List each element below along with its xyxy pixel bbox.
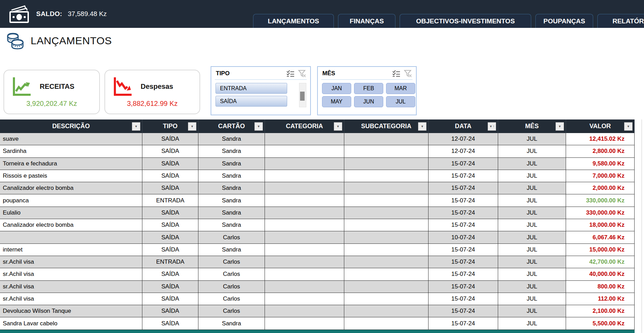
cell-data[interactable]: 15-07-24	[429, 281, 498, 293]
slicer-item-saida[interactable]: SAÍDA	[215, 96, 287, 107]
cell-subcategoria[interactable]	[344, 182, 429, 194]
cell-subcategoria[interactable]	[344, 194, 429, 207]
cell-cartao[interactable]: Sandra	[198, 182, 265, 194]
cell-mes[interactable]: JUL	[498, 281, 566, 293]
cell-mes[interactable]: JUL	[498, 256, 566, 268]
cell-cartao[interactable]: Sandra	[198, 317, 265, 330]
cell-descricao[interactable]: Eulalio	[0, 207, 142, 219]
cell-mes[interactable]: JUL	[498, 305, 566, 317]
cell-mes[interactable]: JUL	[498, 145, 566, 157]
cell-valor[interactable]: 12,415.02 Kz	[566, 133, 635, 145]
cell-subcategoria[interactable]	[344, 256, 429, 268]
tab-financas[interactable]: FINANÇAS	[338, 14, 395, 28]
slicer-item-entrada[interactable]: ENTRADA	[215, 83, 287, 94]
cell-valor[interactable]: 2,000.00 Kz	[566, 182, 635, 194]
slicer-item-feb[interactable]: FEB	[354, 83, 383, 94]
cell-valor[interactable]: 330,000.00 Kz	[566, 207, 635, 219]
slicer-item-jul[interactable]: JUL	[386, 96, 415, 107]
cell-categoria[interactable]	[265, 158, 344, 170]
tab-lancamentos[interactable]: LANÇAMENTOS	[253, 14, 334, 28]
cell-data[interactable]: 15-07-24	[429, 305, 498, 317]
cell-cartao[interactable]: Carlos	[198, 231, 265, 243]
cell-cartao[interactable]: Sandra	[198, 145, 265, 157]
cell-descricao[interactable]: suave	[0, 133, 142, 145]
cell-descricao[interactable]: Sardinha	[0, 145, 142, 157]
cell-categoria[interactable]	[265, 231, 344, 243]
cell-data[interactable]: 10-07-24	[429, 231, 498, 243]
cell-categoria[interactable]	[265, 182, 344, 194]
cell-subcategoria[interactable]	[344, 293, 429, 305]
cell-descricao[interactable]: poupanca	[0, 194, 142, 207]
cell-data[interactable]: 15-07-24	[429, 194, 498, 207]
scrollbar-thumb[interactable]	[300, 92, 305, 101]
cell-cartao[interactable]: Sandra	[198, 133, 265, 145]
cell-descricao[interactable]: Canalizador electro bomba	[0, 219, 142, 231]
cell-cartao[interactable]: Sandra	[198, 207, 265, 219]
cell-mes[interactable]: JUL	[498, 244, 566, 256]
cell-mes[interactable]: JUL	[498, 194, 566, 207]
cell-tipo[interactable]: ENTRADA	[142, 194, 198, 207]
cell-mes[interactable]: JUL	[498, 182, 566, 194]
cell-mes[interactable]: JUL	[498, 219, 566, 231]
cell-tipo[interactable]: SAÍDA	[142, 219, 198, 231]
cell-data[interactable]: 15-07-24	[429, 170, 498, 182]
tab-relatorios[interactable]: RELATÓRIOS	[597, 14, 644, 28]
cell-descricao[interactable]: sr.Achil visa	[0, 281, 142, 293]
cell-tipo[interactable]: SAÍDA	[142, 293, 198, 305]
cell-tipo[interactable]: SAÍDA	[142, 182, 198, 194]
cell-cartao[interactable]: Carlos	[198, 305, 265, 317]
cell-categoria[interactable]	[265, 145, 344, 157]
cell-categoria[interactable]	[265, 317, 344, 330]
cell-valor[interactable]: 112.00 Kz	[566, 293, 635, 305]
cell-subcategoria[interactable]	[344, 305, 429, 317]
cell-cartao[interactable]: Carlos	[198, 256, 265, 268]
cell-mes[interactable]: JUL	[498, 170, 566, 182]
slicer-item-mar[interactable]: MAR	[386, 83, 415, 94]
cell-subcategoria[interactable]	[344, 207, 429, 219]
cell-valor[interactable]: 800.00 Kz	[566, 281, 635, 293]
cell-subcategoria[interactable]	[344, 170, 429, 182]
cell-descricao[interactable]: Sandra Lavar cabelo	[0, 317, 142, 330]
filter-dropdown-button[interactable]: ▼	[418, 122, 426, 131]
cell-descricao[interactable]	[0, 231, 142, 243]
cell-mes[interactable]: JUL	[498, 158, 566, 170]
cell-valor[interactable]: 2,100.00 Kz	[566, 305, 635, 317]
cell-cartao[interactable]: Sandra	[198, 170, 265, 182]
cell-valor[interactable]: 2,800.00 Kz	[566, 145, 635, 157]
cell-data[interactable]: 15-07-24	[429, 268, 498, 280]
cell-tipo[interactable]: SAÍDA	[142, 207, 198, 219]
slicer-scrollbar[interactable]	[299, 83, 306, 107]
filter-dropdown-button[interactable]: ▼	[132, 122, 140, 131]
cell-valor[interactable]: 42,700.00 Kz	[566, 256, 635, 268]
cell-cartao[interactable]: Sandra	[198, 219, 265, 231]
cell-subcategoria[interactable]	[344, 317, 429, 330]
cell-cartao[interactable]: Carlos	[198, 293, 265, 305]
cell-valor[interactable]: 7,000.00 Kz	[566, 170, 635, 182]
cell-mes[interactable]: JUL	[498, 293, 566, 305]
cell-tipo[interactable]: SAÍDA	[142, 170, 198, 182]
cell-subcategoria[interactable]	[344, 268, 429, 280]
cell-valor[interactable]: 15,000.00 Kz	[566, 244, 635, 256]
cell-tipo[interactable]: SAÍDA	[142, 145, 198, 157]
cell-tipo[interactable]: SAÍDA	[142, 133, 198, 145]
slicer-item-jun[interactable]: JUN	[354, 96, 383, 107]
cell-categoria[interactable]	[265, 194, 344, 207]
cell-subcategoria[interactable]	[344, 158, 429, 170]
filter-dropdown-button[interactable]: ▼	[556, 122, 564, 131]
cell-descricao[interactable]: sr.Achil visa	[0, 268, 142, 280]
cell-valor[interactable]: 6,067.46 Kz	[566, 231, 635, 243]
cell-data[interactable]: 15-07-24	[429, 158, 498, 170]
tab-poupancas[interactable]: POUPANÇAS	[535, 14, 593, 28]
cell-cartao[interactable]: Sandra	[198, 194, 265, 207]
multiselect-icon[interactable]	[392, 69, 401, 78]
cell-tipo[interactable]: SAÍDA	[142, 305, 198, 317]
cell-subcategoria[interactable]	[344, 231, 429, 243]
cell-valor[interactable]: 9,580.00 Kz	[566, 158, 635, 170]
cell-categoria[interactable]	[265, 268, 344, 280]
cell-cartao[interactable]: Sandra	[198, 158, 265, 170]
cell-data[interactable]: 15-07-24	[429, 207, 498, 219]
cell-valor[interactable]: 5,500.00 Kz	[566, 317, 635, 330]
slicer-item-jan[interactable]: JAN	[322, 83, 351, 94]
cell-valor[interactable]: 18,000.00 Kz	[566, 219, 635, 231]
cell-data[interactable]: 15-07-24	[429, 244, 498, 256]
